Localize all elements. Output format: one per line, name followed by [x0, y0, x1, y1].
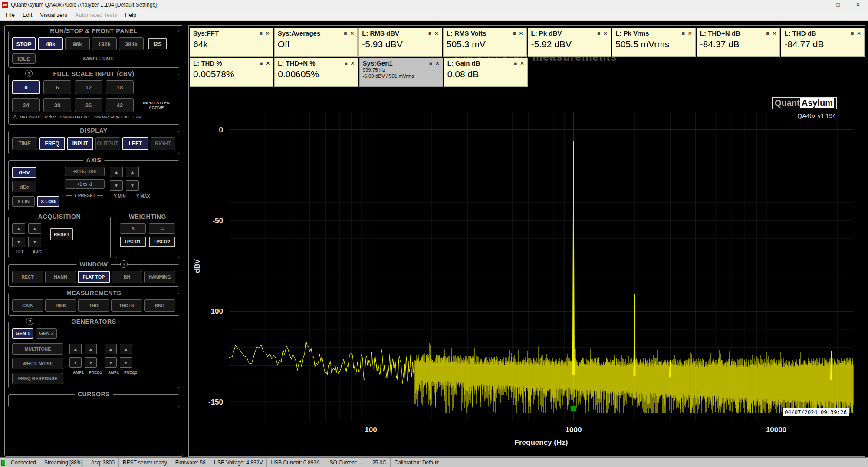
amp1-down-button[interactable]: ▼: [69, 357, 82, 368]
tile-menu-icon[interactable]: ≡: [344, 61, 347, 66]
tile-close-icon[interactable]: ✕: [350, 31, 354, 36]
y-max-up-button[interactable]: ▲: [126, 167, 139, 177]
tile-value: -84.77 dB: [784, 39, 861, 49]
display-freq-button[interactable]: FREQ: [39, 137, 66, 150]
reset-button[interactable]: RESET: [50, 228, 73, 240]
display-right-button[interactable]: RIGHT: [151, 137, 176, 150]
generator-mode-white-noise-button[interactable]: WHITE NOISE: [12, 358, 63, 369]
measurement-thd-button[interactable]: THD: [78, 299, 109, 312]
freq1-down-button[interactable]: ▼: [85, 357, 97, 368]
help-icon[interactable]: ?: [26, 318, 33, 325]
tile-menu-icon[interactable]: ≡: [514, 61, 517, 66]
window-hamming-button[interactable]: HAMMING: [144, 271, 175, 283]
menu-visualizers[interactable]: Visualizers: [36, 10, 71, 21]
full-scale-18-button[interactable]: 18: [106, 80, 134, 94]
sample-rate-48k-button[interactable]: 48k: [38, 37, 63, 50]
stop-button[interactable]: STOP: [12, 37, 36, 50]
tile-menu-icon[interactable]: ≡: [260, 61, 263, 66]
y-preset-1-to-1-button[interactable]: +1 to -1: [65, 179, 105, 189]
sample-rate-384k-button[interactable]: 384k: [119, 37, 144, 50]
amp2-up-button[interactable]: ▲: [105, 344, 117, 354]
tile-menu-icon[interactable]: ≡: [597, 31, 600, 36]
weighting-user2-button[interactable]: USER2: [149, 237, 175, 247]
tile-close-icon[interactable]: ✕: [266, 61, 270, 66]
full-scale-24-button[interactable]: 24: [12, 98, 40, 112]
full-scale-36-button[interactable]: 36: [75, 98, 102, 112]
display-time-button[interactable]: TIME: [12, 137, 37, 150]
help-icon[interactable]: ?: [25, 70, 33, 77]
display-output-button[interactable]: OUTPUT: [95, 137, 121, 150]
freq2-up-button[interactable]: ▲: [120, 344, 132, 354]
menu-file[interactable]: File: [2, 10, 19, 21]
fft-down-button[interactable]: ▼: [12, 237, 25, 247]
generator-mode-multitone-button[interactable]: MULTITONE: [12, 343, 63, 355]
axis-unit-dbv-button[interactable]: dBV: [12, 167, 36, 178]
minimize-button[interactable]: –: [808, 0, 828, 10]
tile-close-icon[interactable]: ✕: [520, 61, 524, 66]
full-scale-12-button[interactable]: 12: [75, 80, 102, 94]
close-button[interactable]: ✕: [848, 0, 868, 10]
y-min-down-button[interactable]: ▼: [110, 180, 123, 191]
sample-rate-192k-button[interactable]: 192k: [92, 37, 117, 50]
axis-x-x-lin-button[interactable]: X LIN: [12, 196, 35, 207]
tile-menu-icon[interactable]: ≡: [682, 31, 685, 36]
maximize-button[interactable]: □: [828, 0, 848, 10]
idle-button[interactable]: IDLE: [12, 53, 36, 64]
help-icon[interactable]: ?: [120, 260, 128, 268]
measurement-snr-button[interactable]: SNR: [144, 299, 175, 312]
tile-menu-icon[interactable]: ≡: [766, 31, 769, 36]
full-scale-6-button[interactable]: 6: [43, 80, 71, 94]
weighting-a-button[interactable]: A: [120, 223, 146, 234]
tile-menu-icon[interactable]: ≡: [513, 31, 516, 36]
y-max-down-button[interactable]: ▼: [126, 180, 139, 191]
tile-menu-icon[interactable]: ≡: [344, 31, 347, 36]
menu-automated-tests[interactable]: Automated Tests: [71, 10, 121, 21]
display-left-button[interactable]: LEFT: [122, 137, 148, 150]
spectrum-plot[interactable]: 0-50-100-150100100010000Frequency (Hz)dB…: [189, 92, 865, 455]
generator-gen-1-button[interactable]: GEN 1: [12, 328, 33, 339]
tile-close-icon[interactable]: ✕: [350, 61, 355, 66]
weighting-user1-button[interactable]: USER1: [120, 237, 146, 247]
y-min-up-button[interactable]: ▲: [110, 167, 123, 177]
menu-edit[interactable]: Edit: [19, 10, 36, 21]
avg-up-button[interactable]: ▲: [28, 223, 41, 234]
tile-close-icon[interactable]: ✕: [688, 31, 692, 36]
tile-close-icon[interactable]: ✕: [266, 31, 270, 36]
avg-down-button[interactable]: ▼: [28, 237, 41, 247]
window-flat-top-button[interactable]: FLAT TOP: [78, 271, 110, 283]
window-rect-button[interactable]: RECT: [12, 271, 43, 283]
freq2-down-button[interactable]: ▼: [120, 357, 132, 368]
amp1-up-button[interactable]: ▲: [69, 344, 82, 354]
tile-close-icon[interactable]: ✕: [519, 31, 523, 36]
tile-menu-icon[interactable]: ≡: [428, 31, 431, 36]
measurement-rms-button[interactable]: RMS: [45, 299, 76, 312]
generator-mode-freq-response-button[interactable]: FREQ RESPONSE: [12, 373, 63, 384]
sample-rate-96k-button[interactable]: 96k: [65, 37, 90, 50]
tile-menu-icon[interactable]: ≡: [429, 61, 432, 66]
tile-close-icon[interactable]: ✕: [857, 31, 861, 36]
window-bh-button[interactable]: BH: [112, 271, 143, 283]
amp2-down-button[interactable]: ▼: [105, 357, 117, 368]
measurement-thd-n-button[interactable]: THD+N: [111, 299, 142, 312]
i2s-button[interactable]: I2S: [148, 38, 167, 49]
full-scale-30-button[interactable]: 30: [43, 98, 71, 112]
y-preset-20-to-160-button[interactable]: +20 to -160: [65, 167, 105, 176]
measurement-gain-button[interactable]: GAIN: [12, 299, 43, 312]
menu-help[interactable]: Help: [121, 10, 141, 21]
full-scale-0-button[interactable]: 0: [12, 80, 40, 94]
fft-up-button[interactable]: ▲: [12, 223, 25, 234]
tile-close-icon[interactable]: ✕: [435, 61, 440, 66]
full-scale-42-button[interactable]: 42: [106, 98, 134, 112]
freq1-up-button[interactable]: ▲: [85, 344, 97, 354]
axis-x-x-log-button[interactable]: X LOG: [37, 196, 59, 207]
tile-menu-icon[interactable]: ≡: [260, 31, 263, 36]
axis-unit-dbr-button[interactable]: dBr: [12, 181, 36, 192]
generator-gen-2-button[interactable]: GEN 2: [36, 328, 57, 339]
display-input-button[interactable]: INPUT: [67, 137, 93, 150]
tile-close-icon[interactable]: ✕: [772, 31, 776, 36]
tile-menu-icon[interactable]: ≡: [851, 31, 854, 36]
weighting-c-button[interactable]: C: [149, 223, 175, 234]
tile-close-icon[interactable]: ✕: [603, 31, 608, 36]
window-hann-button[interactable]: HANN: [45, 271, 76, 283]
tile-close-icon[interactable]: ✕: [434, 31, 439, 36]
